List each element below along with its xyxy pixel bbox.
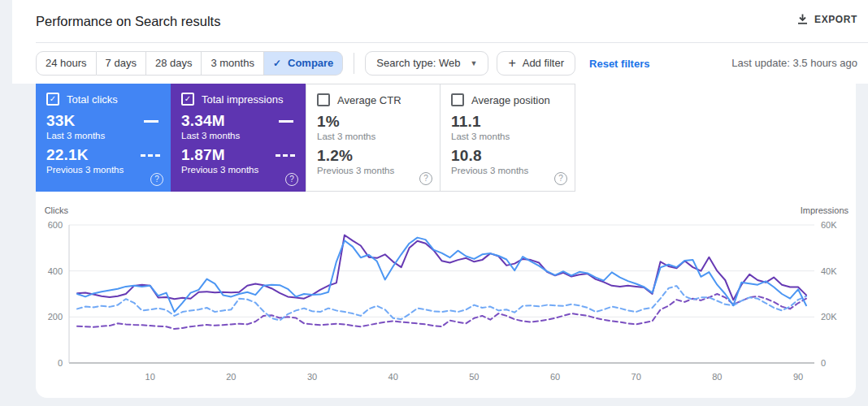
previous-value: 22.1K bbox=[46, 146, 89, 164]
metric-tile-total-clicks[interactable]: ✓ Total clicks 33K Last 3 months 22.1K P… bbox=[36, 84, 171, 192]
dashed-line-legend-icon bbox=[276, 154, 295, 157]
previous-value: 10.8 bbox=[451, 147, 482, 165]
current-value: 3.34M bbox=[181, 112, 225, 130]
solid-line-legend-icon bbox=[144, 120, 158, 123]
search-type-dropdown[interactable]: Search type: Web ▼ bbox=[365, 51, 488, 76]
x-tick: 40 bbox=[388, 372, 398, 382]
chip-7-days[interactable]: 7 days bbox=[97, 51, 146, 76]
last-update-text: Last update: 3.5 hours ago bbox=[731, 57, 857, 69]
x-tick: 10 bbox=[145, 372, 155, 382]
checkmark-icon: ✓ bbox=[184, 95, 191, 103]
current-caption: Last 3 months bbox=[451, 132, 564, 141]
current-caption: Last 3 months bbox=[46, 131, 160, 140]
series-clicks-previous-3-months bbox=[77, 286, 806, 321]
page-header: Performance on Search results EXPORT 24 … bbox=[12, 0, 868, 84]
x-tick: 70 bbox=[631, 372, 641, 382]
current-caption: Last 3 months bbox=[181, 131, 295, 140]
previous-caption: Previous 3 months bbox=[317, 166, 429, 175]
filter-divider bbox=[354, 53, 354, 74]
chip-3-months[interactable]: 3 months bbox=[202, 51, 263, 76]
help-icon[interactable]: ? bbox=[419, 172, 432, 185]
y-tick-right: 60K bbox=[821, 220, 837, 230]
compare-label: Compare bbox=[288, 57, 333, 69]
chevron-down-icon: ▼ bbox=[470, 52, 477, 75]
x-tick: 90 bbox=[793, 372, 803, 382]
y-tick-left: 0 bbox=[58, 358, 63, 368]
y-tick-left: 200 bbox=[48, 312, 63, 322]
metric-tile-average-ctr[interactable]: Average CTR 1% Last 3 months 1.2% Previo… bbox=[306, 84, 441, 192]
solid-line-legend-icon bbox=[279, 120, 293, 123]
y-tick-left: 600 bbox=[48, 220, 63, 230]
page-title: Performance on Search results bbox=[36, 14, 220, 29]
reset-filters-link[interactable]: Reset filters bbox=[589, 58, 649, 70]
current-value: 33K bbox=[46, 112, 75, 130]
metric-tile-total-impressions[interactable]: ✓ Total impressions 3.34M Last 3 months … bbox=[171, 84, 306, 192]
current-value: 1% bbox=[317, 113, 340, 131]
x-tick: 60 bbox=[550, 372, 560, 382]
check-icon: ✓ bbox=[273, 58, 281, 69]
y-tick-left: 400 bbox=[48, 266, 63, 276]
chip-compare[interactable]: ✓Compare bbox=[264, 51, 343, 76]
y-tick-right: 0 bbox=[821, 358, 826, 368]
x-tick: 80 bbox=[712, 372, 722, 382]
metric-tile-average-position[interactable]: Average position 11.1 Last 3 months 10.8… bbox=[441, 84, 575, 192]
performance-card: ✓ Total clicks 33K Last 3 months 22.1K P… bbox=[36, 84, 856, 398]
x-tick: 30 bbox=[307, 372, 317, 382]
total-impressions-checkbox[interactable]: ✓ bbox=[181, 93, 194, 106]
left-axis-label: Clicks bbox=[45, 205, 69, 215]
y-tick-right: 20K bbox=[821, 312, 837, 322]
checkmark-icon: ✓ bbox=[50, 95, 56, 103]
metric-tiles-row: ✓ Total clicks 33K Last 3 months 22.1K P… bbox=[36, 84, 575, 192]
export-button[interactable]: EXPORT bbox=[796, 13, 857, 25]
total-clicks-checkbox[interactable]: ✓ bbox=[46, 93, 59, 106]
help-icon[interactable]: ? bbox=[554, 172, 567, 185]
current-caption: Last 3 months bbox=[317, 132, 429, 141]
right-axis-label: Impressions bbox=[801, 205, 849, 215]
help-icon[interactable]: ? bbox=[285, 173, 298, 186]
previous-value: 1.2% bbox=[317, 147, 353, 165]
export-label: EXPORT bbox=[814, 14, 857, 25]
average-ctr-checkbox[interactable] bbox=[317, 93, 330, 106]
previous-caption: Previous 3 months bbox=[46, 165, 160, 175]
y-tick-right: 40K bbox=[821, 266, 837, 276]
search-type-label: Search type: Web bbox=[376, 52, 460, 75]
plus-icon: + bbox=[508, 52, 515, 75]
help-icon[interactable]: ? bbox=[150, 173, 163, 186]
add-filter-label: Add filter bbox=[523, 52, 564, 75]
previous-value: 1.87M bbox=[181, 146, 225, 164]
add-filter-button[interactable]: + Add filter bbox=[497, 51, 575, 76]
dashed-line-legend-icon bbox=[141, 154, 160, 157]
previous-caption: Previous 3 months bbox=[451, 166, 564, 175]
download-icon bbox=[796, 13, 809, 25]
header-divider bbox=[36, 42, 868, 43]
chip-28-days[interactable]: 28 days bbox=[146, 51, 202, 76]
date-range-chip-group: 24 hours 7 days 28 days 3 months ✓Compar… bbox=[36, 51, 343, 76]
tile-label: Average CTR bbox=[337, 94, 401, 106]
chip-24-hours[interactable]: 24 hours bbox=[36, 51, 97, 76]
previous-caption: Previous 3 months bbox=[181, 165, 295, 175]
series-clicks-last-3-months bbox=[77, 238, 806, 313]
average-position-checkbox[interactable] bbox=[451, 93, 464, 106]
performance-chart[interactable]: 0020020K40040K60060KClicksImpressions102… bbox=[36, 205, 856, 398]
tile-label: Average position bbox=[471, 94, 550, 106]
filter-bar: 24 hours 7 days 28 days 3 months ✓Compar… bbox=[36, 51, 649, 76]
x-tick: 20 bbox=[226, 372, 236, 382]
tile-label: Total clicks bbox=[67, 93, 118, 106]
current-value: 11.1 bbox=[451, 113, 481, 131]
tile-label: Total impressions bbox=[202, 93, 283, 106]
x-tick: 50 bbox=[469, 372, 479, 382]
